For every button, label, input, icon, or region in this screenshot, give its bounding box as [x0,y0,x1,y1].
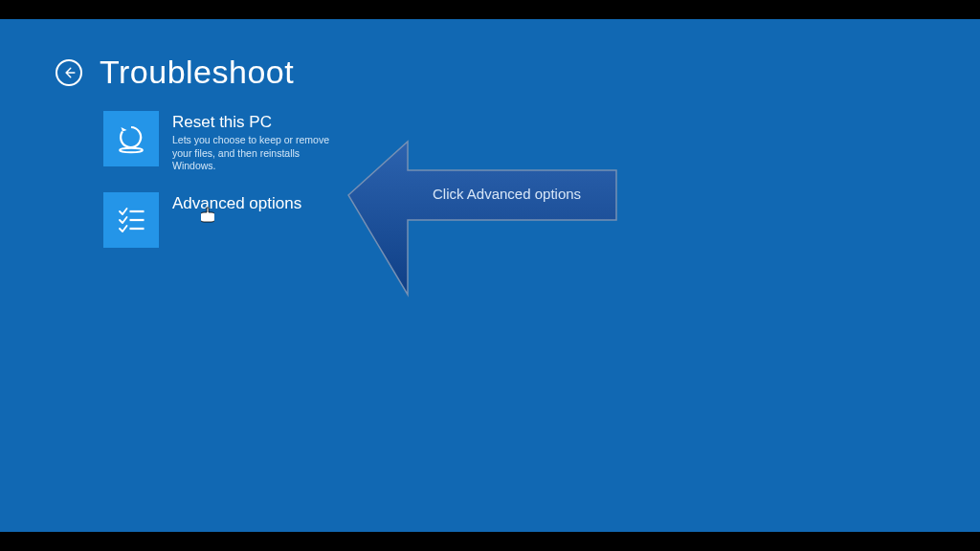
option-description: Lets you choose to keep or remove your f… [172,134,345,173]
option-text: Reset this PC Lets you choose to keep or… [172,111,345,173]
option-reset-pc[interactable]: Reset this PC Lets you choose to keep or… [103,111,371,173]
back-button[interactable] [56,59,82,86]
svg-point-0 [120,148,143,153]
header: Troubleshoot [56,54,294,91]
option-text: Advanced options [172,192,301,215]
mouse-cursor-icon [201,207,214,224]
instruction-callout: Click Advanced options [345,138,622,300]
page-title: Troubleshoot [100,54,294,91]
option-advanced[interactable]: Advanced options [103,192,371,248]
option-title: Reset this PC [172,113,345,132]
options-list: Reset this PC Lets you choose to keep or… [103,111,371,267]
recovery-screen: Troubleshoot Reset this PC Lets you choo… [0,19,980,532]
callout-text: Click Advanced options [433,186,581,202]
advanced-tile [103,192,159,248]
checklist-icon [114,203,148,237]
reset-pc-tile [103,111,159,166]
reset-icon [114,121,148,156]
back-arrow-icon [62,66,76,79]
option-title: Advanced options [172,194,301,213]
arrow-shape-icon [345,138,622,300]
